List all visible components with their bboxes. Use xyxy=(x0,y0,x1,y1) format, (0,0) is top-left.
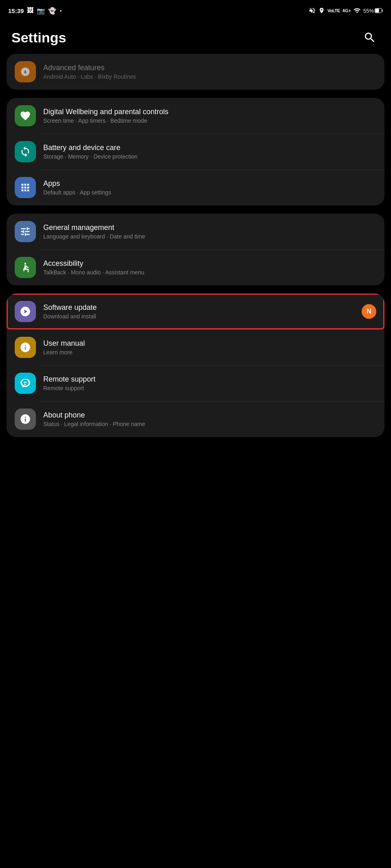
page-title: Settings xyxy=(11,30,66,46)
mute-icon xyxy=(309,7,316,14)
user-manual-subtitle: Learn more xyxy=(43,349,376,356)
battery-display: 55% xyxy=(363,8,383,14)
battery-percent: 55% xyxy=(363,8,374,14)
advanced-features-icon xyxy=(15,61,36,82)
svg-rect-1 xyxy=(382,10,383,12)
remote-support-title: Remote support xyxy=(43,375,376,384)
dot-icon: ● xyxy=(60,9,62,13)
about-phone-text: About phone Status · Legal information ·… xyxy=(43,411,376,427)
settings-item-advanced-features[interactable]: Advanced features Android Auto · Labs · … xyxy=(7,54,384,90)
digital-wellbeing-text: Digital Wellbeing and parental controls … xyxy=(43,108,376,124)
status-time: 15:39 🖼 📷 👻 ● xyxy=(8,7,62,15)
instagram-icon: 📷 xyxy=(37,7,45,15)
software-update-text: Software update Download and install xyxy=(43,303,358,320)
accessibility-text: Accessibility TalkBack · Mono audio · As… xyxy=(43,259,376,276)
remote-support-icon xyxy=(15,373,36,394)
general-management-text: General management Language and keyboard… xyxy=(43,223,376,240)
user-manual-icon xyxy=(15,337,36,358)
about-phone-icon xyxy=(15,409,36,430)
user-manual-title: User manual xyxy=(43,339,376,348)
settings-item-general-management[interactable]: General management Language and keyboard… xyxy=(7,214,384,250)
digital-wellbeing-icon xyxy=(15,105,36,126)
group-management: General management Language and keyboard… xyxy=(7,214,384,285)
advanced-features-subtitle: Android Auto · Labs · Bixby Routines xyxy=(43,73,376,80)
battery-care-subtitle: Storage · Memory · Device protection xyxy=(43,153,376,160)
accessibility-title: Accessibility xyxy=(43,259,376,268)
apps-icon xyxy=(15,177,36,198)
general-management-icon xyxy=(15,221,36,242)
accessibility-icon xyxy=(15,257,36,278)
about-phone-title: About phone xyxy=(43,411,376,420)
user-manual-text: User manual Learn more xyxy=(43,339,376,356)
settings-content: Advanced features Android Auto · Labs · … xyxy=(0,54,391,437)
time-display: 15:39 xyxy=(8,7,24,14)
svg-rect-2 xyxy=(375,9,379,13)
status-bar: 15:39 🖼 📷 👻 ● VoLTE 4G+ 55% xyxy=(0,0,391,20)
advanced-features-title: Advanced features xyxy=(43,64,376,72)
about-phone-subtitle: Status · Legal information · Phone name xyxy=(43,421,376,427)
settings-item-accessibility[interactable]: Accessibility TalkBack · Mono audio · As… xyxy=(7,250,384,285)
software-update-icon xyxy=(15,301,36,322)
settings-item-battery-care[interactable]: Battery and device care Storage · Memory… xyxy=(7,134,384,170)
photo-icon: 🖼 xyxy=(27,7,33,14)
location-icon xyxy=(318,7,325,14)
settings-item-apps[interactable]: Apps Default apps · App settings xyxy=(7,170,384,205)
advanced-features-text: Advanced features Android Auto · Labs · … xyxy=(43,64,376,80)
general-management-subtitle: Language and keyboard · Date and time xyxy=(43,233,376,240)
apps-text: Apps Default apps · App settings xyxy=(43,179,376,196)
battery-care-title: Battery and device care xyxy=(43,144,376,152)
accessibility-subtitle: TalkBack · Mono audio · Assistant menu xyxy=(43,269,376,276)
settings-header: Settings xyxy=(0,20,391,54)
4g-icon: 4G+ xyxy=(342,8,351,13)
apps-subtitle: Default apps · App settings xyxy=(43,189,376,196)
badge-label: N xyxy=(367,308,371,315)
status-right: VoLTE 4G+ 55% xyxy=(309,7,383,14)
settings-item-user-manual[interactable]: User manual Learn more xyxy=(7,329,384,365)
remote-support-subtitle: Remote support xyxy=(43,385,376,391)
settings-item-about-phone[interactable]: About phone Status · Legal information ·… xyxy=(7,401,384,437)
group-wellbeing: Digital Wellbeing and parental controls … xyxy=(7,98,384,205)
digital-wellbeing-title: Digital Wellbeing and parental controls xyxy=(43,108,376,116)
svg-point-3 xyxy=(24,263,27,265)
volte-icon: VoLTE xyxy=(327,8,340,13)
settings-item-digital-wellbeing[interactable]: Digital Wellbeing and parental controls … xyxy=(7,98,384,134)
remote-support-text: Remote support Remote support xyxy=(43,375,376,391)
signal-icon xyxy=(353,7,361,14)
battery-care-text: Battery and device care Storage · Memory… xyxy=(43,144,376,160)
snapchat-icon: 👻 xyxy=(48,7,56,15)
search-button[interactable] xyxy=(360,28,380,47)
settings-item-remote-support[interactable]: Remote support Remote support xyxy=(7,365,384,401)
software-update-title: Software update xyxy=(43,303,358,312)
general-management-title: General management xyxy=(43,223,376,232)
digital-wellbeing-subtitle: Screen time · App timers · Bedtime mode xyxy=(43,117,376,124)
group-support: Software update Download and install N U… xyxy=(7,294,384,437)
apps-title: Apps xyxy=(43,179,376,188)
battery-care-icon xyxy=(15,141,36,162)
software-update-subtitle: Download and install xyxy=(43,313,358,320)
group-advanced: Advanced features Android Auto · Labs · … xyxy=(7,54,384,90)
settings-item-software-update[interactable]: Software update Download and install N xyxy=(7,294,384,329)
notification-badge: N xyxy=(362,304,376,319)
